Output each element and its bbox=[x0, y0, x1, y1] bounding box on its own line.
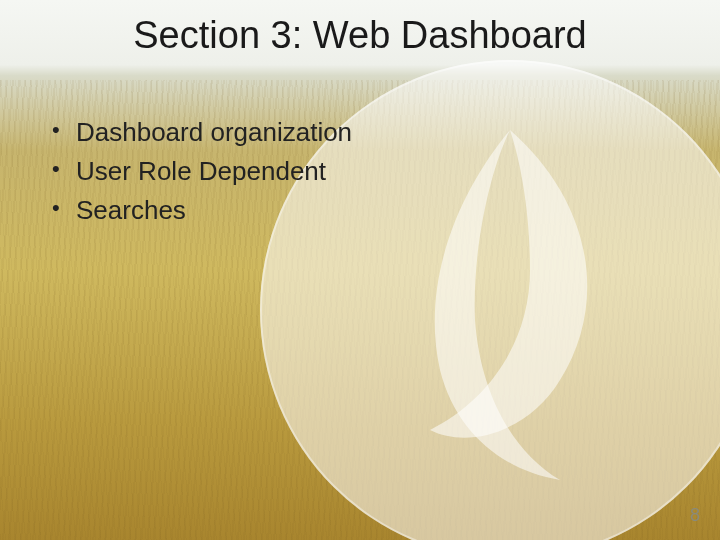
bullet-list: Dashboard organization User Role Depende… bbox=[48, 113, 352, 230]
page-number: 8 bbox=[690, 505, 700, 526]
page-title: Section 3: Web Dashboard bbox=[0, 14, 720, 57]
list-item: Searches bbox=[48, 191, 352, 230]
list-item: User Role Dependent bbox=[48, 152, 352, 191]
list-item: Dashboard organization bbox=[48, 113, 352, 152]
slide: Section 3: Web Dashboard Dashboard organ… bbox=[0, 0, 720, 540]
